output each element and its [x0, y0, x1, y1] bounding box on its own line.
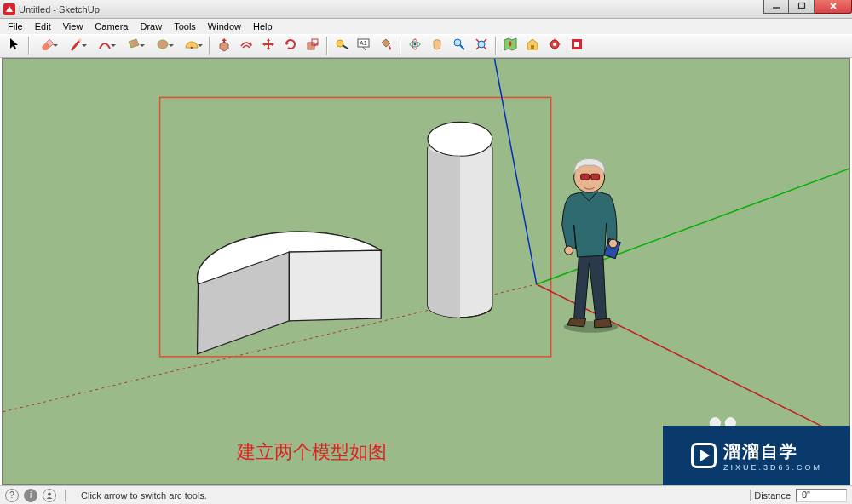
move-tool[interactable] — [259, 37, 278, 55]
extensions-tool[interactable] — [545, 37, 564, 55]
pan-tool[interactable] — [428, 37, 446, 55]
menu-file[interactable]: File — [2, 20, 29, 32]
cursor-icon — [7, 37, 22, 55]
menu-tools[interactable]: Tools — [168, 20, 202, 32]
help-icon[interactable]: ? — [5, 489, 19, 502]
menu-camera[interactable]: Camera — [89, 20, 134, 32]
rotate-icon — [283, 37, 298, 55]
rotate-tool[interactable] — [281, 37, 300, 55]
watermark-brand: 溜溜自学 — [723, 440, 822, 463]
menu-help[interactable]: Help — [247, 20, 279, 32]
tape-tool[interactable] — [332, 37, 351, 55]
annotation-text: 建立两个模型如图 — [237, 439, 387, 465]
svg-point-2 — [158, 40, 168, 49]
eraser-tool[interactable] — [34, 37, 60, 55]
watermark: 溜溜自学 ZIXUE.3D66.COM — [663, 426, 850, 485]
title-bar: Untitled - SketchUp — [0, 0, 852, 19]
toolbar-separator — [326, 37, 328, 55]
svg-point-16 — [553, 43, 556, 46]
warehouse-icon — [525, 37, 540, 55]
move-icon — [261, 37, 276, 55]
svg-rect-1 — [798, 3, 804, 8]
paint-tool[interactable] — [377, 37, 395, 55]
magnifier-icon — [452, 37, 467, 55]
svg-rect-4 — [308, 43, 314, 49]
svg-point-11 — [414, 43, 417, 46]
status-bar: ? i Click arrow to switch arc tools. Dis… — [0, 485, 852, 504]
paint-icon — [378, 37, 394, 55]
menu-bar: File Edit View Camera Draw Tools Window … — [0, 19, 852, 34]
rectangle-icon — [126, 37, 141, 55]
watermark-url: ZIXUE.3D66.COM — [723, 463, 822, 472]
select-tool[interactable] — [5, 37, 24, 55]
zoom-extents-icon — [474, 37, 489, 55]
toolbar-separator — [495, 37, 497, 55]
layout-icon — [569, 37, 584, 55]
info-icon[interactable]: i — [24, 489, 37, 502]
window-title: Untitled - SketchUp — [19, 4, 100, 14]
eraser-icon — [39, 37, 55, 55]
svg-point-24 — [565, 246, 573, 255]
menu-edit[interactable]: Edit — [29, 20, 57, 32]
location-tool[interactable] — [501, 37, 520, 55]
svg-rect-28 — [591, 174, 600, 180]
text-icon: A1 — [356, 37, 371, 55]
scene-canvas — [3, 59, 849, 484]
distance-value: 0" — [796, 489, 847, 502]
toolbar-separator — [209, 37, 210, 55]
distance-label: Distance — [754, 490, 791, 501]
maximize-button[interactable] — [789, 0, 815, 14]
menu-draw[interactable]: Draw — [134, 20, 168, 32]
svg-rect-14 — [531, 45, 534, 49]
close-button[interactable] — [815, 0, 852, 14]
tape-icon — [334, 37, 349, 55]
gear-icon — [547, 37, 562, 55]
svg-point-25 — [609, 239, 618, 248]
window-controls — [763, 0, 852, 14]
offset-icon — [239, 37, 254, 55]
app-icon — [3, 3, 15, 15]
zoom-tool[interactable] — [450, 37, 469, 55]
viewport-3d[interactable]: 建立两个模型如图 — [2, 58, 850, 485]
map-icon — [503, 37, 518, 55]
circle-icon — [155, 37, 170, 55]
rectangle-tool[interactable] — [121, 37, 147, 55]
circle-tool[interactable] — [150, 37, 176, 55]
toolbar: A1 — [0, 34, 852, 58]
warehouse-tool[interactable] — [523, 37, 542, 55]
model-cylinder — [428, 122, 492, 318]
menu-view[interactable]: View — [57, 20, 89, 32]
model-pie — [198, 232, 382, 354]
polygon-tool[interactable] — [179, 37, 204, 55]
svg-rect-27 — [581, 174, 590, 180]
hand-icon — [429, 37, 445, 55]
scale-icon — [305, 37, 320, 55]
protractor-icon — [184, 37, 199, 55]
offset-tool[interactable] — [237, 37, 256, 55]
svg-point-13 — [478, 41, 485, 48]
zoom-extents-tool[interactable] — [472, 37, 491, 55]
toolbar-separator — [400, 37, 401, 55]
minimize-button[interactable] — [763, 0, 789, 14]
svg-point-3 — [191, 47, 193, 49]
menu-window[interactable]: Window — [202, 20, 247, 32]
user-icon[interactable] — [43, 489, 56, 502]
orbit-icon — [407, 37, 423, 55]
layout-tool[interactable] — [567, 37, 586, 55]
toolbar-separator — [28, 37, 30, 55]
svg-point-20 — [428, 122, 492, 156]
arc-icon — [97, 37, 112, 55]
pushpull-tool[interactable] — [215, 37, 233, 55]
svg-rect-18 — [574, 42, 579, 47]
svg-point-32 — [48, 492, 51, 495]
arc-tool[interactable] — [92, 37, 118, 55]
scale-figure — [562, 158, 621, 333]
line-tool[interactable] — [63, 37, 89, 55]
text-tool[interactable]: A1 — [354, 37, 373, 55]
svg-point-12 — [454, 39, 461, 46]
scale-tool[interactable] — [303, 37, 322, 55]
axis-blue — [492, 59, 537, 284]
pushpull-icon — [216, 37, 232, 55]
orbit-tool[interactable] — [406, 37, 424, 55]
play-icon — [691, 443, 717, 468]
